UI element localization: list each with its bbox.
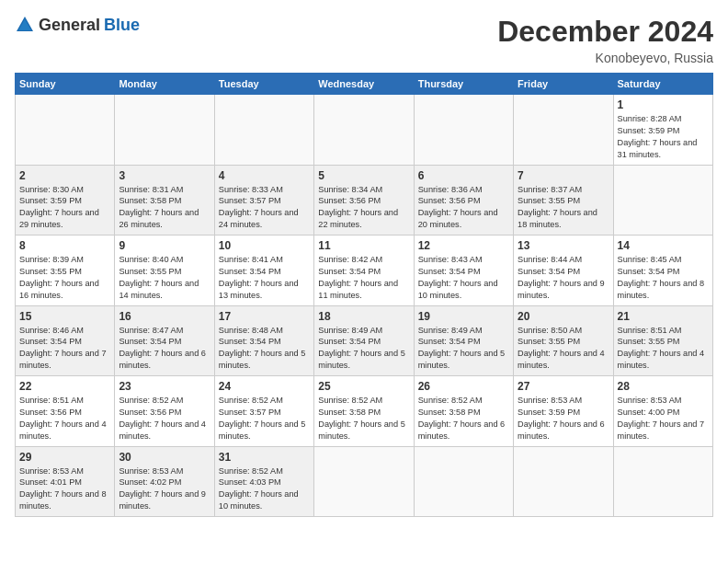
table-row: 31Sunrise: 8:52 AMSunset: 4:03 PMDayligh…	[214, 446, 313, 517]
day-number: 9	[119, 239, 210, 252]
table-row: 19Sunrise: 8:49 AMSunset: 3:54 PMDayligh…	[414, 305, 513, 376]
logo-blue: Blue	[104, 16, 140, 35]
table-row: 3Sunrise: 8:31 AMSunset: 3:58 PMDaylight…	[115, 165, 214, 236]
day-info: Sunrise: 8:33 AMSunset: 3:57 PMDaylight:…	[219, 185, 299, 230]
day-number: 7	[518, 169, 609, 182]
day-number: 10	[219, 239, 310, 252]
day-number: 23	[119, 380, 210, 393]
day-number: 15	[19, 310, 110, 323]
table-row: 6Sunrise: 8:36 AMSunset: 3:56 PMDaylight…	[414, 165, 513, 236]
calendar-page: General Blue December 2024 Konobeyevo, R…	[0, 0, 728, 563]
day-info: Sunrise: 8:49 AMSunset: 3:54 PMDaylight:…	[318, 326, 405, 371]
logo: General Blue	[15, 15, 140, 35]
table-row	[314, 446, 414, 517]
day-info: Sunrise: 8:53 AMSunset: 4:02 PMDaylight:…	[119, 466, 206, 511]
day-number: 13	[518, 239, 609, 252]
table-row: 2Sunrise: 8:30 AMSunset: 3:59 PMDaylight…	[16, 165, 115, 236]
table-row: 5Sunrise: 8:34 AMSunset: 3:56 PMDaylight…	[314, 165, 414, 236]
day-info: Sunrise: 8:49 AMSunset: 3:54 PMDaylight:…	[418, 326, 506, 371]
day-info: Sunrise: 8:53 AMSunset: 4:00 PMDaylight:…	[618, 396, 705, 441]
day-number: 16	[119, 310, 210, 323]
day-info: Sunrise: 8:53 AMSunset: 4:01 PMDaylight:…	[19, 466, 107, 511]
day-info: Sunrise: 8:51 AMSunset: 3:55 PMDaylight:…	[618, 326, 705, 371]
day-number: 26	[418, 380, 509, 393]
table-row	[414, 446, 513, 517]
table-row: 11Sunrise: 8:42 AMSunset: 3:54 PMDayligh…	[314, 236, 414, 306]
day-number: 24	[219, 380, 310, 393]
table-row: 23Sunrise: 8:52 AMSunset: 3:56 PMDayligh…	[115, 376, 214, 447]
day-info: Sunrise: 8:42 AMSunset: 3:54 PMDaylight:…	[318, 255, 398, 300]
day-number: 25	[318, 380, 409, 393]
day-number: 11	[318, 239, 409, 252]
col-sunday: Sunday	[16, 74, 115, 95]
day-number: 19	[418, 310, 509, 323]
table-row	[16, 95, 115, 166]
col-wednesday: Wednesday	[314, 74, 414, 95]
day-info: Sunrise: 8:39 AMSunset: 3:55 PMDaylight:…	[19, 255, 99, 300]
day-number: 21	[618, 310, 709, 323]
table-row: 17Sunrise: 8:48 AMSunset: 3:54 PMDayligh…	[214, 305, 313, 376]
table-row: 24Sunrise: 8:52 AMSunset: 3:57 PMDayligh…	[214, 376, 313, 447]
day-number: 4	[219, 169, 310, 182]
day-info: Sunrise: 8:53 AMSunset: 3:59 PMDaylight:…	[518, 396, 605, 441]
subtitle: Konobeyevo, Russia	[497, 51, 713, 65]
day-info: Sunrise: 8:44 AMSunset: 3:54 PMDaylight:…	[518, 255, 605, 300]
day-number: 2	[19, 169, 110, 182]
day-number: 12	[418, 239, 509, 252]
logo-icon	[15, 15, 35, 35]
day-number: 30	[119, 451, 210, 464]
table-row	[414, 95, 513, 166]
col-thursday: Thursday	[414, 74, 513, 95]
table-row: 30Sunrise: 8:53 AMSunset: 4:02 PMDayligh…	[115, 446, 214, 517]
day-number: 28	[618, 380, 709, 393]
table-row: 18Sunrise: 8:49 AMSunset: 3:54 PMDayligh…	[314, 305, 414, 376]
day-number: 17	[219, 310, 310, 323]
table-row: 28Sunrise: 8:53 AMSunset: 4:00 PMDayligh…	[613, 376, 712, 447]
table-row: 8Sunrise: 8:39 AMSunset: 3:55 PMDaylight…	[16, 236, 115, 306]
calendar-header-row: Sunday Monday Tuesday Wednesday Thursday…	[16, 74, 713, 95]
col-friday: Friday	[514, 74, 613, 95]
day-number: 1	[618, 98, 709, 111]
table-row: 15Sunrise: 8:46 AMSunset: 3:54 PMDayligh…	[16, 305, 115, 376]
day-info: Sunrise: 8:52 AMSunset: 3:58 PMDaylight:…	[418, 396, 506, 441]
table-row: 14Sunrise: 8:45 AMSunset: 3:54 PMDayligh…	[613, 236, 712, 306]
day-info: Sunrise: 8:47 AMSunset: 3:54 PMDaylight:…	[119, 326, 206, 371]
day-info: Sunrise: 8:45 AMSunset: 3:54 PMDaylight:…	[618, 255, 705, 300]
col-monday: Monday	[115, 74, 214, 95]
header: General Blue December 2024 Konobeyevo, R…	[15, 15, 713, 65]
table-row: 12Sunrise: 8:43 AMSunset: 3:54 PMDayligh…	[414, 236, 513, 306]
logo-text: General Blue	[15, 15, 140, 35]
table-row: 16Sunrise: 8:47 AMSunset: 3:54 PMDayligh…	[115, 305, 214, 376]
day-info: Sunrise: 8:40 AMSunset: 3:55 PMDaylight:…	[119, 255, 199, 300]
day-info: Sunrise: 8:52 AMSunset: 3:58 PMDaylight:…	[318, 396, 405, 441]
title-block: December 2024 Konobeyevo, Russia	[497, 15, 713, 65]
table-row	[314, 95, 414, 166]
day-number: 22	[19, 380, 110, 393]
calendar-table: Sunday Monday Tuesday Wednesday Thursday…	[15, 73, 713, 517]
table-row: 29Sunrise: 8:53 AMSunset: 4:01 PMDayligh…	[16, 446, 115, 517]
day-number: 5	[318, 169, 409, 182]
day-info: Sunrise: 8:34 AMSunset: 3:56 PMDaylight:…	[318, 185, 398, 230]
day-info: Sunrise: 8:31 AMSunset: 3:58 PMDaylight:…	[119, 185, 199, 230]
day-info: Sunrise: 8:51 AMSunset: 3:56 PMDaylight:…	[19, 396, 107, 441]
table-row	[214, 95, 313, 166]
col-saturday: Saturday	[613, 74, 712, 95]
day-info: Sunrise: 8:46 AMSunset: 3:54 PMDaylight:…	[19, 326, 107, 371]
day-info: Sunrise: 8:43 AMSunset: 3:54 PMDaylight:…	[418, 255, 498, 300]
day-info: Sunrise: 8:52 AMSunset: 3:57 PMDaylight:…	[219, 396, 306, 441]
table-row: 26Sunrise: 8:52 AMSunset: 3:58 PMDayligh…	[414, 376, 513, 447]
day-info: Sunrise: 8:30 AMSunset: 3:59 PMDaylight:…	[19, 185, 99, 230]
day-number: 8	[19, 239, 110, 252]
day-info: Sunrise: 8:48 AMSunset: 3:54 PMDaylight:…	[219, 326, 306, 371]
table-row: 10Sunrise: 8:41 AMSunset: 3:54 PMDayligh…	[214, 236, 313, 306]
day-info: Sunrise: 8:50 AMSunset: 3:55 PMDaylight:…	[518, 326, 605, 371]
day-number: 29	[19, 451, 110, 464]
table-row: 4Sunrise: 8:33 AMSunset: 3:57 PMDaylight…	[214, 165, 313, 236]
day-number: 31	[219, 451, 310, 464]
day-number: 14	[618, 239, 709, 252]
table-row: 27Sunrise: 8:53 AMSunset: 3:59 PMDayligh…	[514, 376, 613, 447]
table-row	[115, 95, 214, 166]
table-row	[613, 446, 712, 517]
table-row: 20Sunrise: 8:50 AMSunset: 3:55 PMDayligh…	[514, 305, 613, 376]
day-info: Sunrise: 8:36 AMSunset: 3:56 PMDaylight:…	[418, 185, 498, 230]
